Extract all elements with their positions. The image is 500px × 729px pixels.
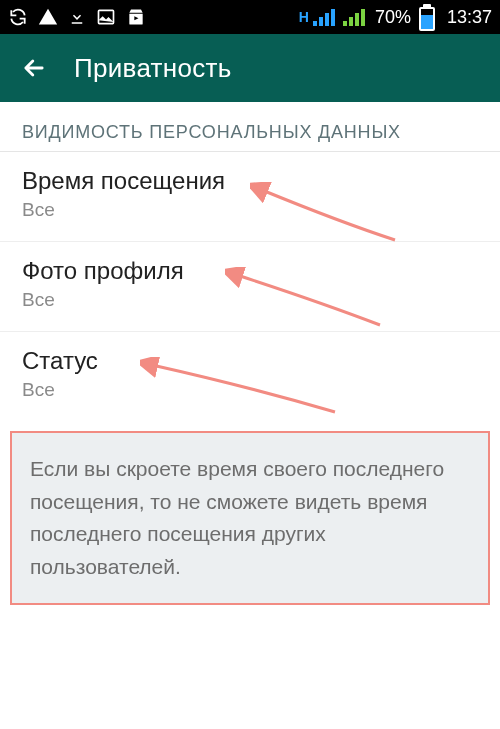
battery-percent: 70% bbox=[375, 7, 411, 28]
download-icon bbox=[68, 7, 86, 27]
status-bar: H 70% 13:37 bbox=[0, 0, 500, 34]
setting-last-seen[interactable]: Время посещения Все bbox=[0, 152, 500, 242]
network-h-label: H bbox=[299, 9, 309, 25]
page-title: Приватность bbox=[74, 53, 232, 84]
back-button[interactable] bbox=[14, 48, 54, 88]
clock-time: 13:37 bbox=[447, 7, 492, 28]
status-right: H 70% 13:37 bbox=[299, 4, 492, 31]
section-header: ВИДИМОСТЬ ПЕРСОНАЛЬНЫХ ДАННЫХ bbox=[0, 102, 500, 152]
setting-value: Все bbox=[22, 289, 478, 311]
setting-title: Время посещения bbox=[22, 167, 478, 195]
image-icon bbox=[96, 7, 116, 27]
setting-value: Все bbox=[22, 379, 478, 401]
warning-icon bbox=[38, 7, 58, 27]
sync-icon bbox=[8, 7, 28, 27]
signal-2-icon bbox=[343, 8, 365, 26]
info-note: Если вы скроете время своего последнего … bbox=[10, 431, 490, 605]
settings-list: Время посещения Все Фото профиля Все Ста… bbox=[0, 152, 500, 421]
app-bar: Приватность bbox=[0, 34, 500, 102]
battery-icon bbox=[419, 4, 435, 31]
setting-profile-photo[interactable]: Фото профиля Все bbox=[0, 242, 500, 332]
arrow-left-icon bbox=[20, 54, 48, 82]
info-block-wrap: Если вы скроете время своего последнего … bbox=[0, 421, 500, 615]
signal-1-icon bbox=[313, 8, 335, 26]
play-store-icon bbox=[126, 7, 146, 27]
status-left bbox=[8, 7, 146, 27]
setting-title: Статус bbox=[22, 347, 478, 375]
setting-title: Фото профиля bbox=[22, 257, 478, 285]
setting-value: Все bbox=[22, 199, 478, 221]
setting-status[interactable]: Статус Все bbox=[0, 332, 500, 421]
